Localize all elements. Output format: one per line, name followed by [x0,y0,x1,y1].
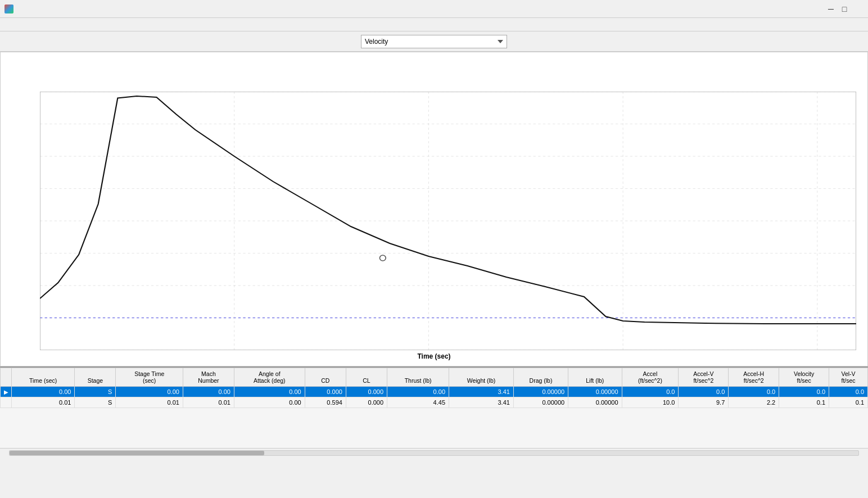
cell-arrow: ▶ [1,387,12,397]
cell-drag: 0.00000 [513,387,568,397]
data-table-container[interactable]: Time (sec) Stage Stage Time(sec) MachNum… [0,366,868,448]
cell-thrust: 0.00 [387,387,449,397]
col-lift: Lift (lb) [568,368,622,387]
cell-arrow [1,397,12,408]
col-stage: Stage [75,368,116,387]
cell-stage_time: 0.00 [116,387,183,397]
cell-drag: 0.00000 [513,397,568,408]
chart-svg: 700 600 500 400 300 200 100 0 -100 5 10 … [40,92,856,350]
cell-lift: 0.00000 [568,387,622,397]
col-cl: CL [346,368,387,387]
cell-accel_v: 9.7 [679,397,729,408]
cell-mach: 0.01 [183,397,234,408]
cell-cl: 0.000 [346,387,387,397]
svg-point-15 [379,255,386,261]
cell-cl: 0.000 [346,397,387,408]
file-menu[interactable] [4,24,13,26]
cell-accel: 0.0 [622,387,679,397]
cell-time: 0.01 [12,397,75,408]
col-aoa: Angle ofAttack (deg) [234,368,305,387]
cell-thrust: 4.45 [387,397,449,408]
cell-accel_h: 2.2 [729,397,779,408]
cell-stage_time: 0.01 [116,397,183,408]
scroll-track[interactable] [9,450,859,456]
cell-cd: 0.594 [305,397,346,408]
col-stage-time: Stage Time(sec) [116,368,183,387]
close-button[interactable] [852,3,864,15]
scroll-bar[interactable] [0,448,868,457]
col-vel-v: Vel-Vft/sec [829,368,868,387]
chart-title [1,52,867,59]
cell-vel_v: 0.1 [829,397,868,408]
cell-vel_v: 0.0 [829,387,868,397]
col-cd: CD [305,368,346,387]
app-icon [4,4,13,13]
table-header-row: Time (sec) Stage Stage Time(sec) MachNum… [1,368,868,387]
cell-weight: 3.41 [449,397,514,408]
col-arrow [1,368,12,387]
table-row[interactable]: ▶0.00S0.000.000.000.0000.0000.003.410.00… [1,387,868,397]
cell-velocity: 0.0 [779,387,829,397]
col-time: Time (sec) [12,368,75,387]
dropdown-bar: Velocity Altitude Acceleration Thrust Dr… [0,31,868,52]
col-accel-h: Accel-Hft/sec^2 [729,368,779,387]
cell-velocity: 0.1 [779,397,829,408]
cell-aoa: 0.00 [234,397,305,408]
cell-accel_v: 0.0 [679,387,729,397]
cell-stage: S [75,397,116,408]
col-accel: Accel(ft/sec^2) [622,368,679,387]
cell-stage: S [75,387,116,397]
minimize-button[interactable]: ─ [825,3,837,15]
col-mach: MachNumber [183,368,234,387]
chart-type-select[interactable]: Velocity Altitude Acceleration Thrust Dr… [361,35,507,48]
chart-container: 700 600 500 400 300 200 100 0 -100 5 10 … [0,52,868,366]
cell-aoa: 0.00 [234,387,305,397]
data-table: Time (sec) Stage Stage Time(sec) MachNum… [0,368,868,408]
cell-accel: 10.0 [622,397,679,408]
scroll-thumb[interactable] [10,451,264,455]
cell-mach: 0.00 [183,387,234,397]
title-bar: ─ □ [0,0,868,18]
table-row[interactable]: 0.01S0.010.010.000.5940.0004.453.410.000… [1,397,868,408]
col-velocity: Velocityft/sec [779,368,829,387]
cell-weight: 3.41 [449,387,514,397]
col-thrust: Thrust (lb) [387,368,449,387]
cell-time: 0.00 [12,387,75,397]
x-axis-label: Time (sec) [417,352,450,360]
col-weight: Weight (lb) [449,368,514,387]
window-controls: ─ □ [825,3,864,15]
cell-cd: 0.000 [305,387,346,397]
cell-lift: 0.00000 [568,397,622,408]
menu-bar [0,18,868,31]
cell-accel_h: 0.0 [729,387,779,397]
col-drag: Drag (lb) [513,368,568,387]
maximize-button[interactable]: □ [839,3,850,15]
col-accel-v: Accel-Vft/sec^2 [679,368,729,387]
